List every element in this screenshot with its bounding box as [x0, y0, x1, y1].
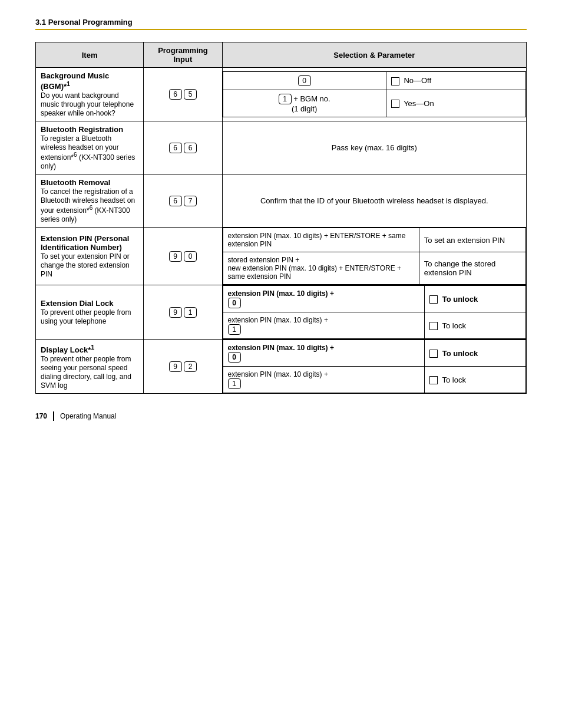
pin-sel-right-top: To set an extension PIN — [419, 228, 525, 252]
display-lock-label: To lock — [442, 375, 465, 384]
prog-cell-display-lock: 9 2 — [144, 340, 222, 394]
dial-lock-sel-left-top: extension PIN (max. 10 digits) + 0 — [223, 286, 425, 312]
bt-rem-sel-text: Confirm that the ID of your Bluetooth wi… — [260, 196, 488, 205]
sel-cell-bt-rem: Confirm that the ID of your Bluetooth wi… — [222, 174, 526, 228]
item-cell-pin: Extension PIN (Personal Identification N… — [36, 228, 144, 285]
key-1b: 1 — [228, 324, 241, 335]
bgm-sel-left-bot: 1 + BGM no.(1 digit) — [223, 90, 386, 117]
item-cell-bt-reg: Bluetooth Registration To register a Blu… — [36, 121, 144, 174]
item-title-bt-reg: Bluetooth Registration — [41, 125, 123, 134]
item-title-bgm: Background Music (BGM)*1 — [41, 71, 109, 91]
key-9c: 9 — [169, 361, 182, 372]
bgm-row-1: 0 No—Off — [223, 72, 525, 90]
sel-cell-pin: extension PIN (max. 10 digits) + ENTER/S… — [222, 228, 526, 285]
key-5: 5 — [184, 89, 197, 100]
sel-cell-dial-lock: extension PIN (max. 10 digits) + 0 To un… — [222, 285, 526, 340]
item-title-dial-lock: Extension Dial Lock — [41, 299, 114, 308]
display-lock-sel-right-top: To unlock — [425, 340, 526, 367]
dial-lock-sel-left-bot: extension PIN (max. 10 digits) + 1 — [223, 312, 425, 339]
item-desc-display-lock: To prevent other people from seeing your… — [41, 355, 131, 390]
item-desc-bgm: Do you want background music through you… — [41, 91, 134, 117]
checkbox-yes-on — [391, 100, 399, 108]
bt-reg-sel-text: Pass key (max. 16 digits) — [332, 143, 417, 152]
bgm-sel-left-top: 0 — [223, 72, 386, 90]
footer-separator — [53, 411, 54, 421]
col-header-prog: Programming Input — [144, 42, 222, 68]
footer-page: 170 — [35, 412, 47, 420]
prog-cell-bt-reg: 6 6 — [144, 121, 222, 174]
footer-label: Operating Manual — [60, 412, 116, 420]
table-row: Bluetooth Removal To cancel the registra… — [36, 174, 527, 228]
bgm-yes-on-label: Yes—On — [404, 99, 434, 108]
pin-sel-left-top: extension PIN (max. 10 digits) + ENTER/S… — [223, 228, 419, 252]
table-row: Extension Dial Lock To prevent other peo… — [36, 285, 527, 340]
bgm-plus-label: + BGM no.(1 digit) — [292, 94, 330, 113]
pin-sel-left-bot: stored extension PIN +new extension PIN … — [223, 252, 419, 285]
table-row: Bluetooth Registration To register a Blu… — [36, 121, 527, 174]
key-0a: 0 — [184, 251, 197, 262]
key-0b: 0 — [228, 298, 241, 308]
key-2: 2 — [184, 361, 197, 372]
prog-cell-bt-rem: 6 7 — [144, 174, 222, 228]
display-unlock-label: To unlock — [442, 349, 478, 358]
pin-row-1: extension PIN (max. 10 digits) + ENTER/S… — [223, 228, 525, 252]
display-lock-row-2: extension PIN (max. 10 digits) + 1 To lo… — [223, 367, 525, 393]
checkbox-display-unlock — [429, 350, 438, 358]
item-cell-display-lock: Display Lock*1 To prevent other people f… — [36, 340, 144, 394]
col-header-item: Item — [36, 42, 144, 68]
footer: 170 Operating Manual — [35, 411, 527, 421]
checkbox-dial-lock — [429, 322, 438, 330]
bgm-inner-table: 0 No—Off 1 + BGM no.(1 digit) — [223, 71, 526, 117]
key-6c: 6 — [169, 196, 182, 206]
checkbox-display-lock — [429, 376, 438, 384]
prog-cell-pin: 9 0 — [144, 228, 222, 285]
pin-inner-table: extension PIN (max. 10 digits) + ENTER/S… — [223, 228, 526, 285]
key-1c: 1 — [228, 378, 241, 389]
item-cell-bt-rem: Bluetooth Removal To cancel the registra… — [36, 174, 144, 228]
dial-lock-sel-right-bot: To lock — [425, 312, 526, 339]
key-9b: 9 — [169, 307, 182, 318]
display-lock-sel-left-top: extension PIN (max. 10 digits) + 0 — [223, 340, 425, 367]
bgm-row-2: 1 + BGM no.(1 digit) Yes—On — [223, 90, 525, 117]
table-row: Background Music (BGM)*1 Do you want bac… — [36, 68, 527, 121]
bgm-sel-right-bot: Yes—On — [386, 90, 525, 117]
display-lock-sel-right-bot: To lock — [425, 367, 526, 393]
item-cell-bgm: Background Music (BGM)*1 Do you want bac… — [36, 68, 144, 121]
pin-row-2: stored extension PIN +new extension PIN … — [223, 252, 525, 285]
item-title-display-lock: Display Lock*1 — [41, 345, 94, 354]
bgm-no-off-label: No—Off — [404, 76, 431, 85]
key-0: 0 — [298, 75, 311, 86]
dial-lock-label: To lock — [442, 321, 465, 330]
dial-lock-sel-right-top: To unlock — [425, 286, 526, 312]
dial-unlock-label: To unlock — [442, 295, 478, 304]
item-cell-dial-lock: Extension Dial Lock To prevent other peo… — [36, 285, 144, 340]
prog-cell-bgm: 6 5 — [144, 68, 222, 121]
item-desc-dial-lock: To prevent other people from using your … — [41, 308, 131, 325]
section-header: 3.1 Personal Programming — [35, 18, 527, 30]
item-desc-bt-rem: To cancel the registration of a Bluetoot… — [41, 187, 135, 223]
page: 3.1 Personal Programming Item Programmin… — [0, 0, 562, 444]
table-row: Extension PIN (Personal Identification N… — [36, 228, 527, 285]
dial-lock-inner-table: extension PIN (max. 10 digits) + 0 To un… — [223, 285, 526, 339]
dial-lock-row-1: extension PIN (max. 10 digits) + 0 To un… — [223, 286, 525, 312]
col-header-sel: Selection & Parameter — [222, 42, 526, 68]
checkbox-no-off — [391, 77, 399, 85]
key-7: 7 — [184, 196, 197, 206]
display-lock-row-1: extension PIN (max. 10 digits) + 0 To un… — [223, 340, 525, 367]
sel-cell-bt-reg: Pass key (max. 16 digits) — [222, 121, 526, 174]
key-1a: 1 — [184, 307, 197, 318]
key-6a: 6 — [169, 143, 182, 153]
key-6b: 6 — [184, 143, 197, 153]
item-title-bt-rem: Bluetooth Removal — [41, 178, 110, 187]
key-0c: 0 — [228, 352, 241, 363]
main-table: Item Programming Input Selection & Param… — [35, 42, 527, 394]
display-lock-inner-table: extension PIN (max. 10 digits) + 0 To un… — [223, 340, 526, 393]
display-lock-sel-left-bot: extension PIN (max. 10 digits) + 1 — [223, 367, 425, 393]
key-9a: 9 — [169, 251, 182, 262]
pin-sel-right-bot: To change the stored extension PIN — [419, 252, 525, 285]
table-row: Display Lock*1 To prevent other people f… — [36, 340, 527, 394]
dial-lock-row-2: extension PIN (max. 10 digits) + 1 To lo… — [223, 312, 525, 339]
item-title-pin: Extension PIN (Personal Identification N… — [41, 234, 129, 252]
prog-cell-dial-lock: 9 1 — [144, 285, 222, 340]
key-6: 6 — [169, 89, 182, 100]
